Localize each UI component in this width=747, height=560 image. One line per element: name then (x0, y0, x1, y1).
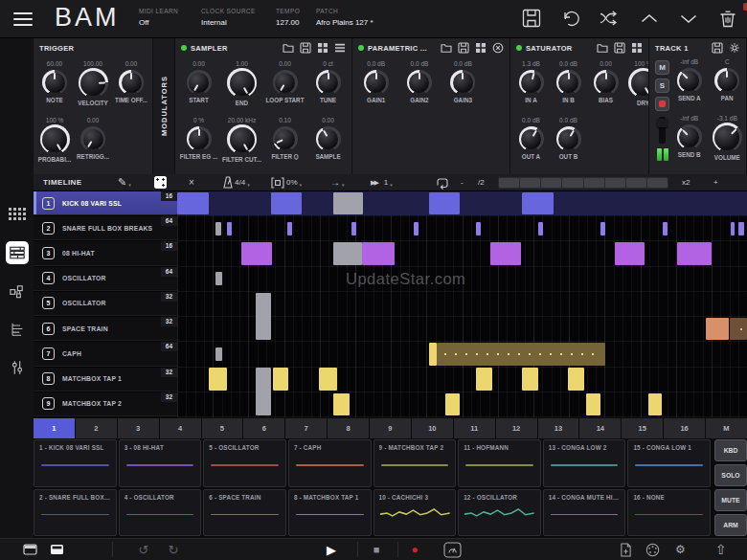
mute-button[interactable]: M (655, 60, 669, 75)
note[interactable] (663, 222, 668, 235)
topbar-field-tempo[interactable]: TEMPO127.00 (276, 8, 300, 27)
pad-6[interactable]: 6 - SPACE TRAIN (203, 489, 286, 537)
knob-gain3[interactable]: 0.0 dBGAIN3 (441, 59, 485, 116)
note[interactable] (522, 368, 538, 390)
note[interactable] (215, 272, 222, 285)
note[interactable] (227, 222, 232, 235)
bottom-panel-toggle-icon[interactable] (48, 539, 65, 560)
note[interactable] (362, 242, 395, 264)
loop-divider[interactable]: /2 (478, 174, 485, 190)
knob-velocity[interactable]: 100.00VELOCITY (74, 59, 112, 116)
solo-button[interactable]: SOLO (714, 464, 747, 486)
knob-retrigg[interactable]: 0.00RETRIGG... (74, 116, 112, 172)
note[interactable] (476, 368, 492, 390)
knob-gain2[interactable]: 0.0 dBGAIN2 (397, 59, 441, 116)
knob-in-b[interactable]: 0.0 dBIN B (550, 59, 587, 116)
note[interactable] (287, 222, 292, 235)
save-icon[interactable] (300, 42, 311, 54)
note[interactable] (256, 293, 271, 341)
loop-segment-5[interactable] (584, 178, 604, 188)
clear-icon[interactable]: × (189, 174, 194, 190)
pad-1[interactable]: 1 - KICK 08 VARI SSL (34, 439, 117, 487)
track-fader[interactable] (659, 117, 666, 144)
knob-tune[interactable]: 0 ctTUNE (306, 59, 350, 116)
pattern-14[interactable]: 14 (579, 418, 621, 438)
shuffle-icon[interactable] (600, 9, 620, 28)
pattern-7[interactable]: 7 (285, 418, 327, 438)
note[interactable] (648, 393, 662, 415)
undo-icon[interactable]: ↺ (136, 539, 151, 560)
pattern-4[interactable]: 4 (160, 418, 201, 438)
note[interactable] (429, 343, 437, 365)
pad-12[interactable]: 12 - OSCILLATOR (458, 489, 541, 537)
note[interactable] (522, 192, 554, 214)
track-row-2[interactable]: 2SNARE FULL BOX BREAKS64 (34, 216, 177, 240)
pad-3[interactable]: 3 - 08 HI-HAT (119, 439, 202, 487)
note[interactable] (333, 393, 350, 415)
note[interactable] (490, 242, 521, 264)
note[interactable] (615, 242, 645, 264)
pattern-6[interactable]: 6 (243, 418, 284, 438)
note[interactable] (414, 222, 419, 235)
save-icon[interactable] (712, 42, 723, 54)
loop-segment-4[interactable] (562, 178, 582, 188)
folder-icon[interactable] (597, 42, 608, 54)
arrow-right-icon[interactable]: →▾ (330, 174, 345, 190)
gear-icon[interactable] (729, 42, 740, 54)
pad-10[interactable]: 10 - CACHICHI 3 (374, 489, 457, 537)
note[interactable] (730, 318, 747, 340)
song-view-icon[interactable] (6, 318, 29, 341)
menu-icon[interactable] (13, 12, 33, 26)
pattern-3[interactable]: 3 (118, 418, 159, 438)
track-row-9[interactable]: 9MATCHBOX TAP 232 (34, 392, 177, 416)
topbar-field-clock-source[interactable]: CLOCK SOURCEInternal (201, 8, 256, 27)
note[interactable] (273, 368, 288, 390)
pattern-11[interactable]: 11 (454, 418, 495, 438)
stop-button[interactable]: ■ (370, 539, 383, 560)
swing-control[interactable]: 0%▾ (271, 174, 302, 190)
kbd-button[interactable]: KBD (714, 439, 747, 461)
metronome-button[interactable] (442, 539, 462, 560)
pad-7[interactable]: 7 - CAPH (288, 439, 372, 487)
knob-start[interactable]: 0.00START (177, 59, 220, 116)
note[interactable] (215, 347, 222, 361)
save-icon[interactable] (614, 42, 625, 54)
solo-button[interactable]: S (655, 78, 669, 93)
note[interactable] (333, 192, 363, 214)
pattern-13[interactable]: 13 (538, 418, 579, 438)
track-row-3[interactable]: 308 HI-HAT16 (34, 241, 177, 265)
arm-button[interactable]: ARM (714, 514, 747, 536)
note[interactable] (706, 318, 729, 340)
note[interactable] (677, 242, 712, 264)
mixer-view-icon[interactable] (6, 356, 29, 379)
folder-icon[interactable] (283, 42, 294, 54)
settings-gear-icon[interactable]: ⚙ (673, 539, 688, 560)
knob-in-a[interactable]: 1.3 dBIN A (512, 59, 550, 116)
loop-segment-7[interactable] (626, 178, 646, 188)
note[interactable] (437, 343, 605, 365)
knob-probabi[interactable]: 100 %PROBABI... (35, 116, 74, 172)
track-row-4[interactable]: 4OSCILLATOR64 (34, 267, 177, 291)
track-row-6[interactable]: 6SPACE TRAIN32 (34, 317, 177, 341)
pattern-1[interactable]: 1 (34, 418, 75, 438)
pad-13[interactable]: 13 - CONGA LOW 2 (543, 439, 626, 487)
note[interactable] (177, 192, 209, 214)
menu-icon[interactable] (334, 42, 346, 54)
loop-minus[interactable]: - (461, 174, 464, 190)
time-signature-control[interactable]: 4/4▾ (223, 174, 250, 190)
sequencer-view-icon[interactable] (6, 241, 29, 264)
save-icon[interactable] (521, 9, 541, 28)
record-button[interactable]: ● (408, 539, 421, 560)
save-icon[interactable] (458, 42, 469, 54)
pads-view-icon[interactable] (6, 203, 29, 226)
knob-filter-cut[interactable]: 20.00 kHzFILTER CUT... (220, 116, 263, 172)
pad-14[interactable]: 14 - CONGA MUTE HIGH (543, 489, 626, 537)
pad-8[interactable]: 8 - MATCHBOX TAP 1 (288, 489, 372, 537)
modular-view-icon[interactable] (6, 280, 29, 302)
knob-filter-q[interactable]: 0.10FILTER Q (263, 116, 306, 172)
note[interactable] (319, 368, 337, 390)
folder-icon[interactable] (441, 42, 452, 54)
mute-button[interactable]: MUTE (714, 489, 747, 511)
zoom-level[interactable]: x2 (682, 174, 690, 190)
note[interactable] (538, 222, 543, 235)
